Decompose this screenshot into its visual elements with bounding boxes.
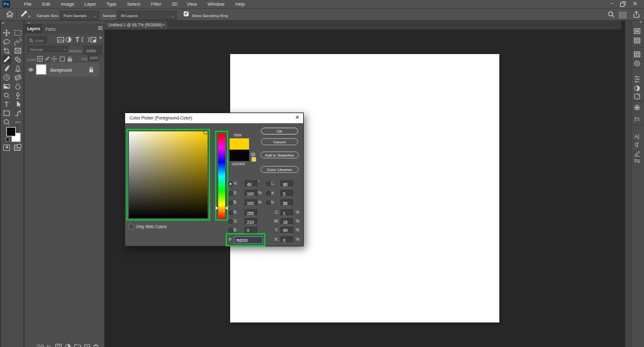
svg-text:fx: fx [47,344,51,347]
svg-text:T: T [75,36,79,43]
svg-text:T: T [4,101,9,108]
svg-text:A|: A| [635,133,640,140]
